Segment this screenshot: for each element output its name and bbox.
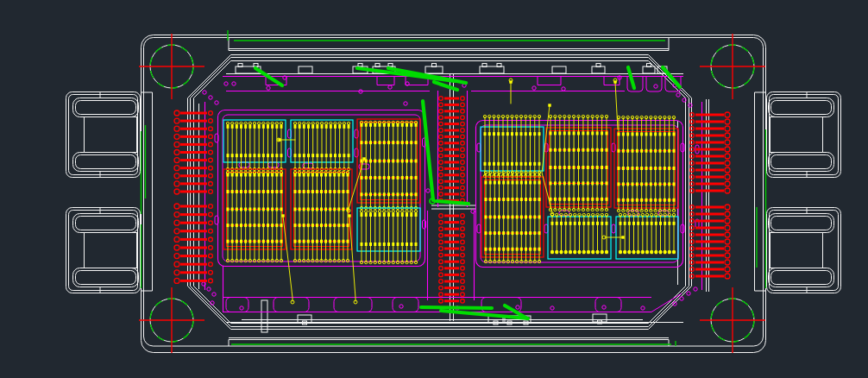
cad-viewport: [0, 0, 868, 378]
cad-canvas[interactable]: [0, 0, 868, 378]
model-space-background: [0, 0, 868, 378]
